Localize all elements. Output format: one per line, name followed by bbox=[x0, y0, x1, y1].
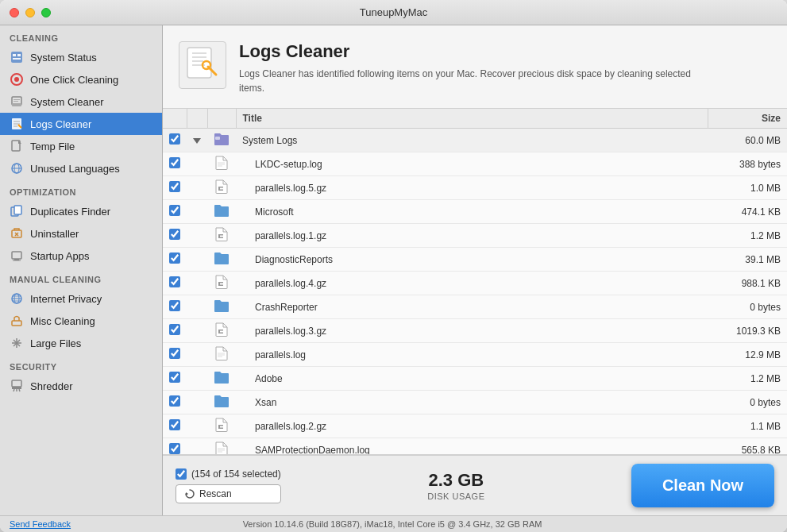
file-size-cell: 1.2 MB bbox=[708, 224, 787, 248]
file-name-cell: Microsoft bbox=[236, 200, 708, 224]
send-feedback-link[interactable]: Send Feedback bbox=[10, 519, 71, 529]
sidebar-item-shredder[interactable]: Shredder bbox=[0, 375, 162, 397]
expand-cell bbox=[187, 367, 207, 391]
sidebar-item-label: Unused Languages bbox=[30, 163, 120, 175]
sidebar-item-temp-file[interactable]: Temp File bbox=[0, 135, 162, 157]
sidebar-item-internet-privacy[interactable]: Internet Privacy bbox=[0, 287, 162, 310]
sidebar-item-system-status[interactable]: System Status bbox=[0, 46, 162, 68]
sidebar-item-label: One Click Cleaning bbox=[30, 74, 118, 86]
row-checkbox[interactable] bbox=[169, 443, 180, 454]
sidebar-item-startup-apps[interactable]: Startup Apps bbox=[0, 245, 162, 267]
row-checkbox[interactable] bbox=[169, 300, 180, 311]
svg-rect-2 bbox=[17, 54, 21, 56]
file-icon-cell bbox=[207, 295, 236, 319]
svg-rect-58 bbox=[218, 237, 223, 239]
clean-now-button[interactable]: Clean Now bbox=[631, 464, 774, 507]
main-window: TuneupMyMac CLEANING System Status bbox=[0, 0, 787, 532]
sidebar-item-label: Startup Apps bbox=[30, 250, 89, 262]
file-icon bbox=[215, 156, 228, 170]
header-text: Logs Cleaner Logs Cleaner has identified… bbox=[239, 41, 716, 95]
files-table-container[interactable]: Title Size System Logs60.0 MB LKDC-setup… bbox=[163, 109, 787, 455]
table-row: parallels.log.1.gz1.2 MB bbox=[163, 224, 787, 248]
sidebar-item-large-files[interactable]: Large Files bbox=[0, 332, 162, 354]
maximize-button[interactable] bbox=[41, 8, 51, 17]
expand-cell[interactable] bbox=[187, 129, 207, 152]
expand-cell bbox=[187, 391, 207, 414]
svg-rect-69 bbox=[218, 425, 223, 426]
footer: (154 of 154 selected) Rescan 2.3 GB DISK… bbox=[163, 455, 787, 515]
svg-rect-60 bbox=[218, 282, 223, 283]
file-icon-cell bbox=[207, 391, 236, 414]
sidebar-item-unused-languages[interactable]: Unused Languages bbox=[0, 157, 162, 179]
table-body: System Logs60.0 MB LKDC-setup.log388 byt… bbox=[163, 129, 787, 456]
sidebar-item-uninstaller[interactable]: Uninstaller bbox=[0, 222, 162, 245]
file-name-cell: parallels.log bbox=[236, 343, 708, 367]
svg-rect-55 bbox=[218, 190, 223, 191]
file-icon bbox=[215, 441, 228, 455]
select-all-checkbox[interactable] bbox=[176, 468, 187, 480]
row-checkbox[interactable] bbox=[169, 229, 180, 240]
row-checkbox[interactable] bbox=[169, 205, 180, 216]
section-title: Logs Cleaner bbox=[239, 41, 716, 62]
row-checkbox[interactable] bbox=[169, 276, 180, 287]
folder-blue-icon bbox=[214, 370, 230, 384]
rescan-button[interactable]: Rescan bbox=[176, 484, 281, 503]
sidebar-section-cleaning: CLEANING bbox=[0, 25, 162, 46]
expand-cell bbox=[187, 343, 207, 367]
table-row: Xsan0 bytes bbox=[163, 391, 787, 414]
footer-left: (154 of 154 selected) Rescan bbox=[176, 468, 281, 503]
col-title-header: Title bbox=[236, 109, 708, 129]
col-check-header bbox=[163, 109, 187, 129]
sidebar-item-label: Internet Privacy bbox=[30, 293, 102, 305]
file-size-cell: 1019.3 KB bbox=[708, 319, 787, 343]
file-gz-icon bbox=[215, 179, 228, 194]
file-icon-cell bbox=[207, 438, 236, 456]
table-row: Adobe1.2 MB bbox=[163, 367, 787, 391]
temp-file-icon bbox=[10, 139, 24, 153]
sidebar-item-duplicates-finder[interactable]: Duplicates Finder bbox=[0, 200, 162, 222]
expand-cell bbox=[187, 152, 207, 176]
table-row: parallels.log12.9 MB bbox=[163, 343, 787, 367]
duplicates-finder-icon bbox=[10, 204, 24, 218]
close-button[interactable] bbox=[10, 8, 19, 17]
file-icon-cell bbox=[207, 414, 236, 438]
row-checkbox[interactable] bbox=[169, 324, 180, 335]
row-checkbox[interactable] bbox=[169, 181, 180, 192]
content-area: Logs Cleaner Logs Cleaner has identified… bbox=[163, 25, 787, 515]
sidebar-item-logs-cleaner[interactable]: Logs Cleaner bbox=[0, 113, 162, 135]
row-checkbox[interactable] bbox=[169, 253, 180, 264]
row-checkbox[interactable] bbox=[169, 133, 180, 145]
col-size-header: Size bbox=[708, 109, 787, 129]
expand-cell bbox=[187, 319, 207, 343]
sidebar: CLEANING System Status bbox=[0, 25, 163, 515]
row-checkbox[interactable] bbox=[169, 157, 180, 168]
expand-cell bbox=[187, 438, 207, 456]
unused-languages-icon bbox=[10, 161, 24, 175]
file-size-cell: 565.8 KB bbox=[708, 438, 787, 456]
expand-triangle-icon[interactable] bbox=[193, 138, 201, 144]
svg-rect-1 bbox=[13, 54, 16, 56]
sidebar-item-misc-cleaning[interactable]: Misc Cleaning bbox=[0, 310, 162, 332]
sidebar-item-label: Misc Cleaning bbox=[30, 315, 95, 327]
row-checkbox[interactable] bbox=[169, 372, 180, 383]
folder-blue-icon bbox=[214, 203, 230, 218]
sidebar-item-system-cleaner[interactable]: System Cleaner bbox=[0, 91, 162, 113]
row-checkbox[interactable] bbox=[169, 395, 180, 407]
file-name-cell: DiagnosticReports bbox=[236, 248, 708, 272]
row-checkbox[interactable] bbox=[169, 419, 180, 430]
disk-usage-value: 2.3 GB bbox=[427, 470, 484, 491]
row-checkbox[interactable] bbox=[169, 348, 180, 359]
titlebar: TuneupMyMac bbox=[0, 0, 787, 25]
minimize-button[interactable] bbox=[25, 8, 35, 17]
svg-rect-0 bbox=[11, 52, 22, 63]
table-header-row: Title Size bbox=[163, 109, 787, 129]
file-name-cell: System Logs bbox=[236, 129, 708, 152]
sidebar-item-label: Large Files bbox=[30, 337, 81, 349]
table-row: SAMProtectionDaemon.log565.8 KB bbox=[163, 438, 787, 456]
svg-rect-61 bbox=[218, 285, 223, 287]
sidebar-item-one-click-cleaning[interactable]: One Click Cleaning bbox=[0, 68, 162, 91]
svg-rect-45 bbox=[192, 60, 203, 62]
svg-rect-37 bbox=[12, 380, 21, 387]
file-icon-cell bbox=[207, 248, 236, 272]
file-size-cell: 988.1 KB bbox=[708, 272, 787, 295]
